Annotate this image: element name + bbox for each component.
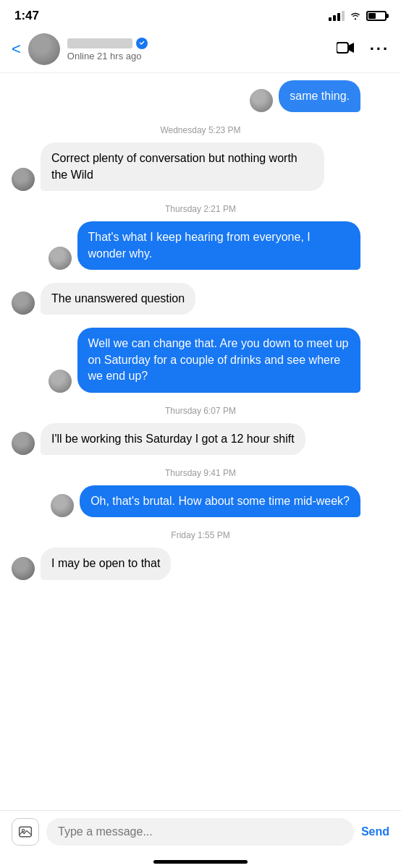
message-bubble: That's what I keep hearing from everyone…	[77, 221, 361, 270]
contact-status: Online 21 hrs ago	[67, 51, 337, 61]
more-options-icon[interactable]: ···	[370, 40, 389, 59]
message-row: Oh, that's brutal. How about some time m…	[12, 485, 389, 517]
signal-icon	[329, 11, 345, 21]
verified-badge	[136, 38, 148, 49]
message-row: The unanswered question	[12, 283, 389, 315]
message-bubble: The unanswered question	[41, 283, 195, 315]
sent-avatar	[51, 494, 74, 517]
timestamp: Wednesday 5:23 PM	[12, 125, 389, 135]
status-icons	[329, 10, 387, 22]
contact-name	[67, 38, 132, 48]
svg-point-2	[22, 829, 24, 831]
message-bubble: Correct plenty of conversation but nothi…	[41, 142, 324, 191]
contact-name-row	[67, 38, 337, 49]
back-button[interactable]: <	[12, 40, 21, 59]
battery-icon	[366, 11, 387, 21]
message-row: same thing.	[12, 80, 389, 112]
message-row: I'll be working this Saturday I got a 12…	[12, 423, 389, 455]
message-input[interactable]	[46, 818, 354, 846]
sent-avatar	[48, 247, 72, 270]
received-avatar	[12, 292, 35, 315]
message-row: Correct plenty of conversation but nothi…	[12, 142, 389, 191]
message-row: I may be open to that	[12, 548, 389, 579]
sent-avatar	[48, 370, 72, 393]
status-bar: 1:47	[0, 0, 401, 27]
header-actions: ···	[337, 40, 389, 59]
received-avatar	[12, 168, 35, 191]
sent-avatar	[250, 89, 273, 112]
home-bar	[153, 860, 248, 864]
message-bubble: I may be open to that	[41, 548, 171, 579]
message-bubble: Well we can change that. Are you down to…	[77, 328, 361, 392]
svg-rect-0	[337, 43, 348, 53]
received-avatar	[12, 557, 35, 580]
send-button[interactable]: Send	[361, 825, 389, 838]
message-bubble: I'll be working this Saturday I got a 12…	[41, 423, 305, 455]
messages-area: same thing. Wednesday 5:23 PM Correct pl…	[0, 73, 401, 810]
media-button[interactable]	[12, 818, 39, 846]
video-call-icon[interactable]	[337, 41, 355, 57]
timestamp: Thursday 6:07 PM	[12, 406, 389, 416]
message-bubble: Oh, that's brutal. How about some time m…	[80, 485, 360, 517]
message-row: That's what I keep hearing from everyone…	[12, 221, 389, 270]
status-time: 1:47	[14, 9, 39, 23]
timestamp: Friday 1:55 PM	[12, 530, 389, 540]
contact-avatar[interactable]	[28, 33, 60, 65]
home-indicator	[0, 854, 401, 868]
message-row: Well we can change that. Are you down to…	[12, 328, 389, 392]
received-avatar	[12, 432, 35, 455]
input-bar: Send	[0, 810, 401, 854]
chat-header: < Online 21 hrs ago ···	[0, 27, 401, 73]
wifi-icon	[349, 10, 362, 22]
message-bubble: same thing.	[279, 80, 360, 112]
contact-info: Online 21 hrs ago	[67, 38, 337, 61]
timestamp: Thursday 2:21 PM	[12, 204, 389, 214]
timestamp: Thursday 9:41 PM	[12, 468, 389, 478]
